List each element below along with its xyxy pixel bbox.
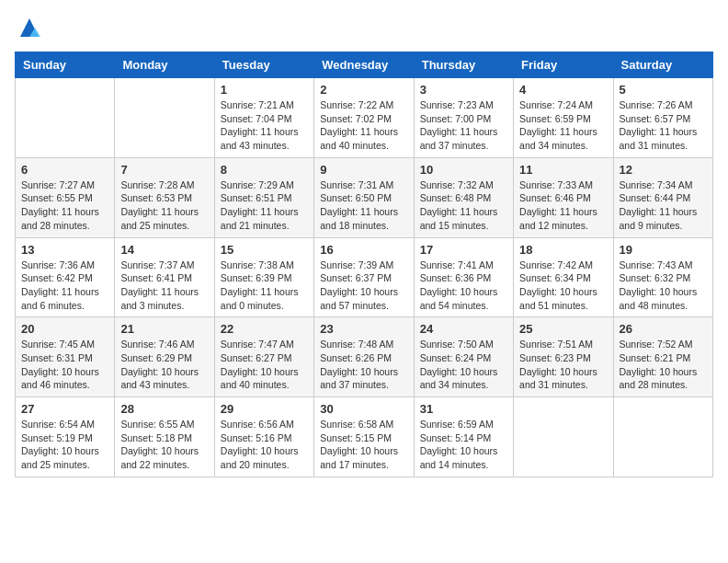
day-info: Sunrise: 7:27 AM Sunset: 6:55 PM Dayligh… — [21, 178, 108, 233]
calendar-week-2: 6Sunrise: 7:27 AM Sunset: 6:55 PM Daylig… — [16, 157, 713, 237]
calendar-cell: 18Sunrise: 7:42 AM Sunset: 6:34 PM Dayli… — [514, 237, 613, 317]
day-number: 17 — [420, 243, 507, 257]
day-info: Sunrise: 6:54 AM Sunset: 5:19 PM Dayligh… — [21, 418, 108, 472]
day-info: Sunrise: 6:59 AM Sunset: 5:14 PM Dayligh… — [420, 418, 507, 472]
day-info: Sunrise: 7:41 AM Sunset: 6:36 PM Dayligh… — [420, 259, 507, 313]
calendar-table: SundayMondayTuesdayWednesdayThursdayFrid… — [15, 52, 713, 477]
calendar-cell: 22Sunrise: 7:47 AM Sunset: 6:27 PM Dayli… — [214, 317, 313, 397]
day-number: 2 — [320, 83, 407, 97]
day-number: 4 — [519, 83, 607, 97]
calendar-cell: 21Sunrise: 7:46 AM Sunset: 6:29 PM Dayli… — [115, 317, 214, 397]
day-info: Sunrise: 7:46 AM Sunset: 6:29 PM Dayligh… — [120, 338, 208, 392]
calendar-cell: 24Sunrise: 7:50 AM Sunset: 6:24 PM Dayli… — [414, 317, 513, 397]
calendar-cell: 5Sunrise: 7:26 AM Sunset: 6:57 PM Daylig… — [613, 78, 712, 158]
calendar-week-4: 20Sunrise: 7:45 AM Sunset: 6:31 PM Dayli… — [16, 317, 713, 397]
day-number: 22 — [221, 322, 308, 336]
day-info: Sunrise: 7:36 AM Sunset: 6:42 PM Dayligh… — [21, 259, 108, 313]
day-number: 27 — [21, 402, 108, 416]
calendar-cell: 9Sunrise: 7:31 AM Sunset: 6:50 PM Daylig… — [314, 157, 414, 237]
day-info: Sunrise: 7:39 AM Sunset: 6:37 PM Dayligh… — [320, 259, 407, 313]
calendar-week-1: 1Sunrise: 7:21 AM Sunset: 7:04 PM Daylig… — [16, 78, 713, 158]
calendar-cell: 4Sunrise: 7:24 AM Sunset: 6:59 PM Daylig… — [514, 78, 613, 158]
col-header-tuesday: Tuesday — [214, 52, 313, 78]
day-info: Sunrise: 6:55 AM Sunset: 5:18 PM Dayligh… — [120, 418, 208, 472]
calendar-cell: 3Sunrise: 7:23 AM Sunset: 7:00 PM Daylig… — [414, 78, 513, 158]
day-number: 8 — [221, 163, 308, 177]
day-number: 3 — [420, 83, 507, 97]
calendar-cell: 8Sunrise: 7:29 AM Sunset: 6:51 PM Daylig… — [214, 157, 313, 237]
calendar-week-5: 27Sunrise: 6:54 AM Sunset: 5:19 PM Dayli… — [16, 397, 713, 477]
calendar-cell: 7Sunrise: 7:28 AM Sunset: 6:53 PM Daylig… — [115, 157, 214, 237]
day-info: Sunrise: 7:29 AM Sunset: 6:51 PM Dayligh… — [221, 178, 308, 233]
day-number: 7 — [120, 163, 208, 177]
day-info: Sunrise: 7:47 AM Sunset: 6:27 PM Dayligh… — [221, 338, 308, 392]
day-info: Sunrise: 7:33 AM Sunset: 6:46 PM Dayligh… — [519, 178, 607, 233]
page-header — [15, 15, 713, 40]
day-number: 20 — [21, 322, 108, 336]
calendar-cell: 27Sunrise: 6:54 AM Sunset: 5:19 PM Dayli… — [16, 397, 115, 477]
day-number: 5 — [620, 83, 707, 97]
calendar-cell: 29Sunrise: 6:56 AM Sunset: 5:16 PM Dayli… — [214, 397, 313, 477]
day-info: Sunrise: 7:22 AM Sunset: 7:02 PM Dayligh… — [320, 98, 407, 153]
day-number: 21 — [120, 322, 208, 336]
logo-icon — [17, 15, 42, 40]
calendar-cell: 16Sunrise: 7:39 AM Sunset: 6:37 PM Dayli… — [314, 237, 414, 317]
day-number: 9 — [320, 163, 407, 177]
day-number: 18 — [519, 243, 607, 257]
day-info: Sunrise: 7:23 AM Sunset: 7:00 PM Dayligh… — [420, 98, 507, 153]
day-info: Sunrise: 7:24 AM Sunset: 6:59 PM Dayligh… — [519, 98, 607, 153]
day-number: 6 — [21, 163, 108, 177]
logo — [15, 15, 42, 40]
calendar-cell: 14Sunrise: 7:37 AM Sunset: 6:41 PM Dayli… — [115, 237, 214, 317]
day-number: 26 — [620, 322, 707, 336]
day-info: Sunrise: 7:31 AM Sunset: 6:50 PM Dayligh… — [320, 178, 407, 233]
calendar-cell: 2Sunrise: 7:22 AM Sunset: 7:02 PM Daylig… — [314, 78, 414, 158]
calendar-cell: 20Sunrise: 7:45 AM Sunset: 6:31 PM Dayli… — [16, 317, 115, 397]
calendar-cell: 11Sunrise: 7:33 AM Sunset: 6:46 PM Dayli… — [514, 157, 613, 237]
day-number: 13 — [21, 243, 108, 257]
calendar-cell — [613, 397, 712, 477]
day-info: Sunrise: 7:32 AM Sunset: 6:48 PM Dayligh… — [420, 178, 507, 233]
calendar-cell: 1Sunrise: 7:21 AM Sunset: 7:04 PM Daylig… — [214, 78, 313, 158]
day-info: Sunrise: 7:38 AM Sunset: 6:39 PM Dayligh… — [221, 259, 308, 313]
calendar-cell: 12Sunrise: 7:34 AM Sunset: 6:44 PM Dayli… — [613, 157, 712, 237]
calendar-cell — [514, 397, 613, 477]
day-number: 29 — [221, 402, 308, 416]
day-number: 11 — [519, 163, 607, 177]
day-number: 24 — [420, 322, 507, 336]
day-info: Sunrise: 7:28 AM Sunset: 6:53 PM Dayligh… — [120, 178, 208, 233]
day-info: Sunrise: 7:34 AM Sunset: 6:44 PM Dayligh… — [620, 178, 707, 233]
calendar-cell: 17Sunrise: 7:41 AM Sunset: 6:36 PM Dayli… — [414, 237, 513, 317]
calendar-cell: 15Sunrise: 7:38 AM Sunset: 6:39 PM Dayli… — [214, 237, 313, 317]
calendar-cell: 28Sunrise: 6:55 AM Sunset: 5:18 PM Dayli… — [115, 397, 214, 477]
day-number: 14 — [120, 243, 208, 257]
day-info: Sunrise: 7:50 AM Sunset: 6:24 PM Dayligh… — [420, 338, 507, 392]
col-header-wednesday: Wednesday — [314, 52, 414, 78]
calendar-cell — [115, 78, 214, 158]
day-info: Sunrise: 6:56 AM Sunset: 5:16 PM Dayligh… — [221, 418, 308, 472]
calendar-header-row: SundayMondayTuesdayWednesdayThursdayFrid… — [16, 52, 713, 78]
calendar-cell — [16, 78, 115, 158]
col-header-saturday: Saturday — [613, 52, 712, 78]
calendar-cell: 26Sunrise: 7:52 AM Sunset: 6:21 PM Dayli… — [613, 317, 712, 397]
calendar-week-3: 13Sunrise: 7:36 AM Sunset: 6:42 PM Dayli… — [16, 237, 713, 317]
day-info: Sunrise: 7:42 AM Sunset: 6:34 PM Dayligh… — [519, 259, 607, 313]
day-number: 16 — [320, 243, 407, 257]
col-header-sunday: Sunday — [16, 52, 115, 78]
day-number: 28 — [120, 402, 208, 416]
calendar-cell: 31Sunrise: 6:59 AM Sunset: 5:14 PM Dayli… — [414, 397, 513, 477]
day-info: Sunrise: 7:37 AM Sunset: 6:41 PM Dayligh… — [120, 259, 208, 313]
day-info: Sunrise: 7:48 AM Sunset: 6:26 PM Dayligh… — [320, 338, 407, 392]
day-info: Sunrise: 7:43 AM Sunset: 6:32 PM Dayligh… — [620, 259, 707, 313]
col-header-thursday: Thursday — [414, 52, 513, 78]
day-info: Sunrise: 7:26 AM Sunset: 6:57 PM Dayligh… — [620, 98, 707, 153]
day-number: 19 — [620, 243, 707, 257]
day-info: Sunrise: 7:21 AM Sunset: 7:04 PM Dayligh… — [221, 98, 308, 153]
calendar-cell: 13Sunrise: 7:36 AM Sunset: 6:42 PM Dayli… — [16, 237, 115, 317]
day-number: 30 — [320, 402, 407, 416]
day-number: 10 — [420, 163, 507, 177]
day-info: Sunrise: 6:58 AM Sunset: 5:15 PM Dayligh… — [320, 418, 407, 472]
col-header-friday: Friday — [514, 52, 613, 78]
col-header-monday: Monday — [115, 52, 214, 78]
day-info: Sunrise: 7:51 AM Sunset: 6:23 PM Dayligh… — [519, 338, 607, 392]
